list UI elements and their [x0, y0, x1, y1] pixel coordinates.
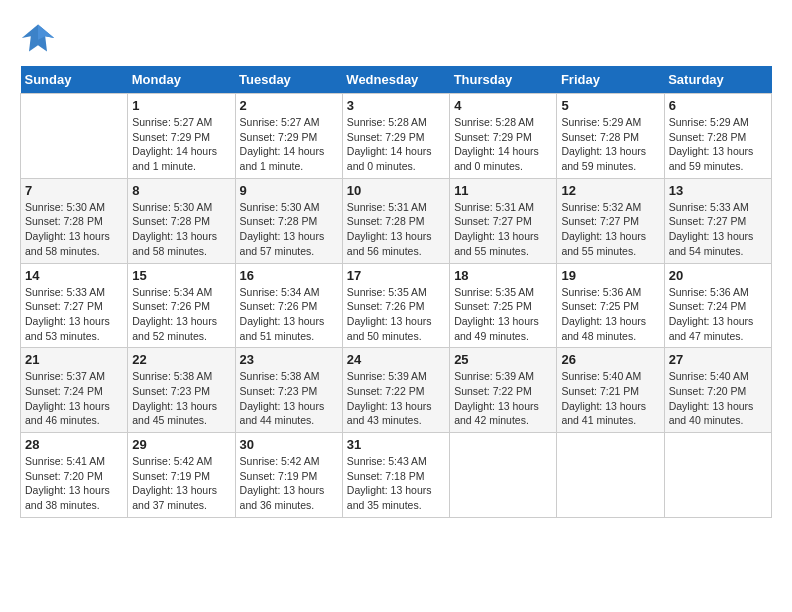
- day-info: Sunrise: 5:28 AM Sunset: 7:29 PM Dayligh…: [347, 115, 445, 174]
- day-info: Sunrise: 5:37 AM Sunset: 7:24 PM Dayligh…: [25, 369, 123, 428]
- day-info: Sunrise: 5:27 AM Sunset: 7:29 PM Dayligh…: [240, 115, 338, 174]
- day-number: 14: [25, 268, 123, 283]
- day-info: Sunrise: 5:27 AM Sunset: 7:29 PM Dayligh…: [132, 115, 230, 174]
- day-info: Sunrise: 5:29 AM Sunset: 7:28 PM Dayligh…: [561, 115, 659, 174]
- day-number: 13: [669, 183, 767, 198]
- calendar-row: 1Sunrise: 5:27 AM Sunset: 7:29 PM Daylig…: [21, 94, 772, 179]
- day-number: 21: [25, 352, 123, 367]
- day-info: Sunrise: 5:29 AM Sunset: 7:28 PM Dayligh…: [669, 115, 767, 174]
- day-number: 24: [347, 352, 445, 367]
- calendar-row: 21Sunrise: 5:37 AM Sunset: 7:24 PM Dayli…: [21, 348, 772, 433]
- day-info: Sunrise: 5:33 AM Sunset: 7:27 PM Dayligh…: [669, 200, 767, 259]
- calendar-cell: 23Sunrise: 5:38 AM Sunset: 7:23 PM Dayli…: [235, 348, 342, 433]
- day-number: 27: [669, 352, 767, 367]
- header-day-tuesday: Tuesday: [235, 66, 342, 94]
- day-info: Sunrise: 5:34 AM Sunset: 7:26 PM Dayligh…: [240, 285, 338, 344]
- calendar-cell: 4Sunrise: 5:28 AM Sunset: 7:29 PM Daylig…: [450, 94, 557, 179]
- calendar-cell: 30Sunrise: 5:42 AM Sunset: 7:19 PM Dayli…: [235, 433, 342, 518]
- day-info: Sunrise: 5:40 AM Sunset: 7:21 PM Dayligh…: [561, 369, 659, 428]
- header-day-thursday: Thursday: [450, 66, 557, 94]
- day-number: 19: [561, 268, 659, 283]
- day-number: 31: [347, 437, 445, 452]
- calendar-cell: [450, 433, 557, 518]
- day-number: 8: [132, 183, 230, 198]
- day-number: 29: [132, 437, 230, 452]
- calendar-body: 1Sunrise: 5:27 AM Sunset: 7:29 PM Daylig…: [21, 94, 772, 518]
- day-info: Sunrise: 5:42 AM Sunset: 7:19 PM Dayligh…: [240, 454, 338, 513]
- calendar-cell: 9Sunrise: 5:30 AM Sunset: 7:28 PM Daylig…: [235, 178, 342, 263]
- svg-marker-1: [38, 25, 54, 40]
- calendar-cell: [557, 433, 664, 518]
- calendar-cell: 5Sunrise: 5:29 AM Sunset: 7:28 PM Daylig…: [557, 94, 664, 179]
- day-number: 12: [561, 183, 659, 198]
- day-number: 4: [454, 98, 552, 113]
- day-info: Sunrise: 5:31 AM Sunset: 7:27 PM Dayligh…: [454, 200, 552, 259]
- day-info: Sunrise: 5:36 AM Sunset: 7:25 PM Dayligh…: [561, 285, 659, 344]
- day-number: 2: [240, 98, 338, 113]
- calendar-cell: 13Sunrise: 5:33 AM Sunset: 7:27 PM Dayli…: [664, 178, 771, 263]
- calendar-cell: [21, 94, 128, 179]
- calendar-table: SundayMondayTuesdayWednesdayThursdayFrid…: [20, 66, 772, 518]
- calendar-cell: 3Sunrise: 5:28 AM Sunset: 7:29 PM Daylig…: [342, 94, 449, 179]
- calendar-cell: 2Sunrise: 5:27 AM Sunset: 7:29 PM Daylig…: [235, 94, 342, 179]
- day-info: Sunrise: 5:32 AM Sunset: 7:27 PM Dayligh…: [561, 200, 659, 259]
- calendar-cell: 18Sunrise: 5:35 AM Sunset: 7:25 PM Dayli…: [450, 263, 557, 348]
- logo: [20, 20, 60, 56]
- day-info: Sunrise: 5:42 AM Sunset: 7:19 PM Dayligh…: [132, 454, 230, 513]
- day-info: Sunrise: 5:39 AM Sunset: 7:22 PM Dayligh…: [454, 369, 552, 428]
- calendar-row: 14Sunrise: 5:33 AM Sunset: 7:27 PM Dayli…: [21, 263, 772, 348]
- calendar-cell: 1Sunrise: 5:27 AM Sunset: 7:29 PM Daylig…: [128, 94, 235, 179]
- calendar-cell: 27Sunrise: 5:40 AM Sunset: 7:20 PM Dayli…: [664, 348, 771, 433]
- calendar-cell: 31Sunrise: 5:43 AM Sunset: 7:18 PM Dayli…: [342, 433, 449, 518]
- calendar-cell: 17Sunrise: 5:35 AM Sunset: 7:26 PM Dayli…: [342, 263, 449, 348]
- day-number: 25: [454, 352, 552, 367]
- day-info: Sunrise: 5:31 AM Sunset: 7:28 PM Dayligh…: [347, 200, 445, 259]
- calendar-row: 28Sunrise: 5:41 AM Sunset: 7:20 PM Dayli…: [21, 433, 772, 518]
- day-number: 10: [347, 183, 445, 198]
- day-info: Sunrise: 5:30 AM Sunset: 7:28 PM Dayligh…: [132, 200, 230, 259]
- calendar-cell: 21Sunrise: 5:37 AM Sunset: 7:24 PM Dayli…: [21, 348, 128, 433]
- day-info: Sunrise: 5:43 AM Sunset: 7:18 PM Dayligh…: [347, 454, 445, 513]
- day-info: Sunrise: 5:30 AM Sunset: 7:28 PM Dayligh…: [240, 200, 338, 259]
- calendar-cell: 8Sunrise: 5:30 AM Sunset: 7:28 PM Daylig…: [128, 178, 235, 263]
- header-day-monday: Monday: [128, 66, 235, 94]
- day-info: Sunrise: 5:36 AM Sunset: 7:24 PM Dayligh…: [669, 285, 767, 344]
- day-number: 16: [240, 268, 338, 283]
- calendar-cell: 24Sunrise: 5:39 AM Sunset: 7:22 PM Dayli…: [342, 348, 449, 433]
- day-number: 23: [240, 352, 338, 367]
- day-number: 3: [347, 98, 445, 113]
- header-day-friday: Friday: [557, 66, 664, 94]
- day-number: 1: [132, 98, 230, 113]
- day-info: Sunrise: 5:33 AM Sunset: 7:27 PM Dayligh…: [25, 285, 123, 344]
- day-info: Sunrise: 5:35 AM Sunset: 7:26 PM Dayligh…: [347, 285, 445, 344]
- calendar-cell: 7Sunrise: 5:30 AM Sunset: 7:28 PM Daylig…: [21, 178, 128, 263]
- calendar-cell: 14Sunrise: 5:33 AM Sunset: 7:27 PM Dayli…: [21, 263, 128, 348]
- calendar-cell: 26Sunrise: 5:40 AM Sunset: 7:21 PM Dayli…: [557, 348, 664, 433]
- calendar-cell: 12Sunrise: 5:32 AM Sunset: 7:27 PM Dayli…: [557, 178, 664, 263]
- day-number: 9: [240, 183, 338, 198]
- day-info: Sunrise: 5:35 AM Sunset: 7:25 PM Dayligh…: [454, 285, 552, 344]
- calendar-cell: 10Sunrise: 5:31 AM Sunset: 7:28 PM Dayli…: [342, 178, 449, 263]
- calendar-cell: 25Sunrise: 5:39 AM Sunset: 7:22 PM Dayli…: [450, 348, 557, 433]
- calendar-cell: 29Sunrise: 5:42 AM Sunset: 7:19 PM Dayli…: [128, 433, 235, 518]
- calendar-cell: 16Sunrise: 5:34 AM Sunset: 7:26 PM Dayli…: [235, 263, 342, 348]
- calendar-cell: 15Sunrise: 5:34 AM Sunset: 7:26 PM Dayli…: [128, 263, 235, 348]
- calendar-cell: 11Sunrise: 5:31 AM Sunset: 7:27 PM Dayli…: [450, 178, 557, 263]
- day-info: Sunrise: 5:28 AM Sunset: 7:29 PM Dayligh…: [454, 115, 552, 174]
- day-number: 22: [132, 352, 230, 367]
- day-info: Sunrise: 5:39 AM Sunset: 7:22 PM Dayligh…: [347, 369, 445, 428]
- header-day-wednesday: Wednesday: [342, 66, 449, 94]
- day-number: 6: [669, 98, 767, 113]
- day-number: 20: [669, 268, 767, 283]
- day-number: 7: [25, 183, 123, 198]
- calendar-cell: 20Sunrise: 5:36 AM Sunset: 7:24 PM Dayli…: [664, 263, 771, 348]
- page-header: [20, 20, 772, 56]
- day-info: Sunrise: 5:40 AM Sunset: 7:20 PM Dayligh…: [669, 369, 767, 428]
- day-number: 26: [561, 352, 659, 367]
- day-number: 28: [25, 437, 123, 452]
- day-number: 18: [454, 268, 552, 283]
- header-day-saturday: Saturday: [664, 66, 771, 94]
- day-info: Sunrise: 5:41 AM Sunset: 7:20 PM Dayligh…: [25, 454, 123, 513]
- header-day-sunday: Sunday: [21, 66, 128, 94]
- day-number: 11: [454, 183, 552, 198]
